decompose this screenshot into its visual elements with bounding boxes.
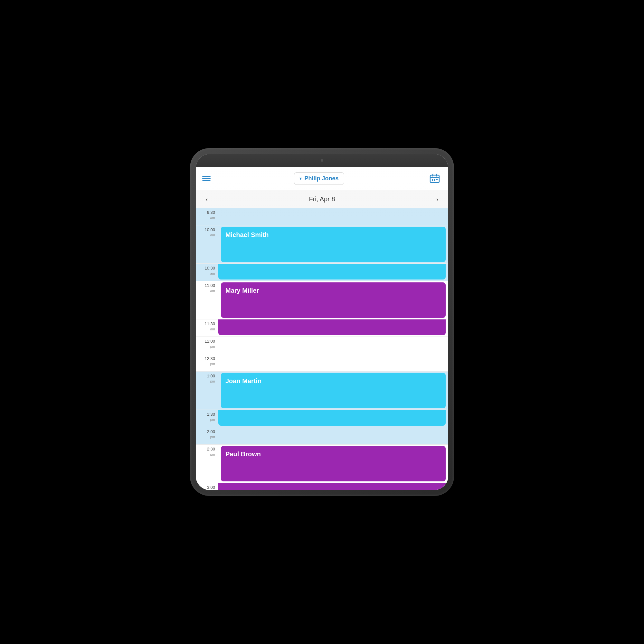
- time-label-1200pm: 12:00 pm: [196, 337, 218, 354]
- prev-day-button[interactable]: ‹: [202, 194, 211, 204]
- calendar-icon: [430, 173, 440, 184]
- time-slot-100pm: 1:00 pm Joan Martin: [196, 372, 448, 410]
- menu-line-1: [202, 176, 211, 177]
- menu-line-2: [202, 178, 211, 179]
- tablet-top-bar: [196, 154, 448, 167]
- chevron-down-icon: ▾: [299, 176, 302, 181]
- time-label-1100am: 11:00 am: [196, 281, 218, 319]
- app-content: ▾ Philip Jones: [196, 167, 448, 490]
- slot-content-100pm[interactable]: Joan Martin: [218, 372, 448, 410]
- appointment-name-joan-martin: Joan Martin: [225, 377, 261, 385]
- slot-content-230pm[interactable]: Paul Brown: [218, 445, 448, 483]
- svg-rect-4: [432, 179, 433, 180]
- time-slot-230pm: 2:30 pm Paul Brown: [196, 445, 448, 483]
- svg-rect-6: [436, 179, 438, 180]
- appointment-michael-smith[interactable]: Michael Smith: [221, 227, 446, 262]
- slot-content-1030am: [218, 264, 446, 279]
- camera-dot: [321, 159, 323, 162]
- time-label-930am: 9:30 am: [196, 208, 218, 225]
- time-slot-1230pm: 12:30 pm: [196, 354, 448, 372]
- time-slot-930am: 9:30 am: [196, 208, 448, 225]
- time-slot-1030am: 10:30 am: [196, 264, 448, 281]
- slot-content-1230pm: [218, 354, 448, 371]
- time-slot-1130am: 11:30 am: [196, 319, 448, 337]
- time-label-1230pm: 12:30 pm: [196, 354, 218, 371]
- appointment-joan-martin[interactable]: Joan Martin: [221, 373, 446, 408]
- slot-content-1200pm: [218, 337, 448, 354]
- nav-bar: ▾ Philip Jones: [196, 167, 448, 190]
- time-label-1130am: 11:30 am: [196, 319, 218, 336]
- time-label-230pm: 2:30 pm: [196, 445, 218, 483]
- slot-content-200pm: [218, 427, 448, 444]
- slot-content-300pm: [218, 483, 446, 490]
- time-slot-130pm: 1:30 pm: [196, 410, 448, 427]
- slot-content-130pm: [218, 410, 446, 426]
- appointment-name-mary-miller: Mary Miller: [225, 287, 259, 294]
- tablet-device: ▾ Philip Jones: [190, 148, 454, 496]
- provider-name: Philip Jones: [304, 175, 338, 182]
- provider-selector[interactable]: ▾ Philip Jones: [294, 172, 344, 185]
- slot-content-930am: [218, 208, 448, 225]
- date-nav-bar: ‹ Fri, Apr 8 ›: [196, 190, 448, 208]
- time-label-1030am: 10:30 am: [196, 264, 218, 281]
- slot-content-1130am: [218, 319, 446, 335]
- menu-button[interactable]: [202, 176, 211, 181]
- appointment-paul-brown[interactable]: Paul Brown: [221, 446, 446, 481]
- slot-content-1100am[interactable]: Mary Miller: [218, 281, 448, 319]
- time-label-200pm: 2:00 pm: [196, 427, 218, 444]
- svg-rect-8: [434, 180, 435, 181]
- slot-content-1000am[interactable]: Michael Smith: [218, 225, 448, 263]
- next-day-button[interactable]: ›: [433, 194, 442, 204]
- schedule-area[interactable]: 9:30 am 10:00 am Michael Smith: [196, 208, 448, 490]
- time-slot-300pm: 3:00 pm: [196, 483, 448, 490]
- time-slot-200pm: 2:00 pm: [196, 427, 448, 445]
- appointment-mary-miller[interactable]: Mary Miller: [221, 282, 446, 318]
- calendar-button[interactable]: [428, 171, 442, 185]
- svg-rect-5: [434, 179, 435, 180]
- appointment-name-paul-brown: Paul Brown: [225, 450, 261, 458]
- time-label-300pm: 3:00 pm: [196, 483, 218, 490]
- time-label-1000am: 10:00 am: [196, 225, 218, 263]
- time-label-130pm: 1:30 pm: [196, 410, 218, 427]
- svg-rect-7: [432, 180, 433, 181]
- time-slot-1100am: 11:00 am Mary Miller: [196, 281, 448, 319]
- time-label-100pm: 1:00 pm: [196, 372, 218, 410]
- menu-line-3: [202, 180, 211, 181]
- appointment-name-michael-smith: Michael Smith: [225, 231, 269, 239]
- current-date-label: Fri, Apr 8: [309, 195, 335, 203]
- time-slot-1000am: 10:00 am Michael Smith: [196, 225, 448, 264]
- tablet-screen: ▾ Philip Jones: [196, 154, 448, 490]
- time-slot-1200pm: 12:00 pm: [196, 337, 448, 354]
